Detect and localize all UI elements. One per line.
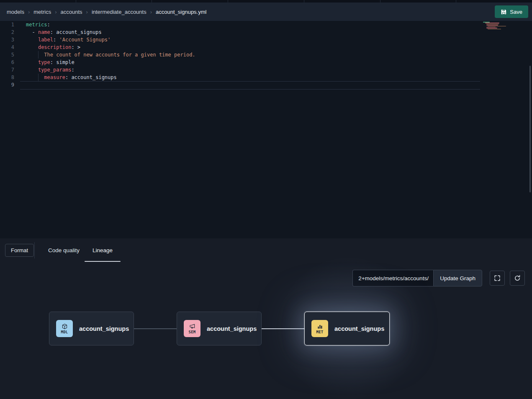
panel-tabbar: Format Code qualityLineage (0, 238, 532, 262)
lineage-node-model[interactable]: MDL account_signups (49, 312, 134, 345)
code-line[interactable]: 2 - name: account_signups (0, 28, 532, 36)
line-number: 7 (0, 66, 20, 74)
indent-guide (38, 51, 39, 59)
refresh-button[interactable] (510, 271, 525, 286)
breadcrumb: models›metrics›accounts›intermediate_acc… (7, 9, 206, 15)
breadcrumb-separator-icon: › (86, 9, 88, 15)
node-label: account_signups (334, 325, 384, 332)
format-button[interactable]: Format (5, 244, 34, 257)
selector-group: 2+models/metrics/accounts/ Update Graph (352, 270, 482, 286)
metric-tile: MET (311, 320, 328, 337)
code-text: - name: account_signups (20, 28, 102, 36)
minimap-line (486, 24, 499, 25)
save-icon (501, 9, 507, 15)
code-line[interactable]: 4 description: > (0, 43, 532, 51)
breadcrumb-separator-icon: › (28, 9, 30, 15)
update-graph-button[interactable]: Update Graph (433, 270, 482, 286)
semantic-model-tile: SEM (184, 320, 200, 337)
fullscreen-icon (494, 275, 501, 281)
breadcrumb-item[interactable]: models (7, 9, 24, 15)
lineage-controls: 2+models/metrics/accounts/ Update Graph (352, 270, 525, 286)
lineage-node-semantic-model[interactable]: SEM account_signups (177, 312, 262, 345)
node-label: account_signups (79, 325, 129, 332)
line-number: 2 (0, 28, 20, 36)
breadcrumb-item[interactable]: account_signups.yml (156, 9, 206, 15)
code-lines: 1metrics:2 - name: account_signups3 labe… (0, 21, 532, 89)
breadcrumb-separator-icon: › (150, 9, 152, 15)
tabbar-divider (34, 242, 35, 258)
code-text: The count of new accounts for a given ti… (20, 51, 195, 59)
code-text: description: > (20, 43, 80, 51)
node-label: account_signups (207, 325, 257, 332)
code-line[interactable]: 5 The count of new accounts for a given … (0, 51, 532, 59)
lineage-selector-input[interactable]: 2+models/metrics/accounts/ (352, 270, 433, 286)
minimap-line (488, 26, 506, 27)
code-text: type: simple (20, 59, 75, 66)
cube-icon (62, 323, 68, 330)
code-text: metrics: (20, 21, 50, 28)
minimap-line (486, 27, 496, 28)
editor-scrollbar[interactable] (529, 66, 531, 192)
line-number: 3 (0, 36, 20, 43)
model-tile: MDL (56, 320, 73, 337)
node-type-code: MET (316, 330, 323, 334)
code-line[interactable]: 1metrics: (0, 21, 532, 28)
code-text: label: 'Account Signups' (20, 36, 111, 43)
panel-tabs: Code qualityLineage (48, 238, 113, 262)
minimap-line (485, 23, 499, 23)
tab-lineage[interactable]: Lineage (93, 238, 113, 262)
code-text: measure: account_signups (20, 74, 117, 81)
line-number: 9 (0, 81, 20, 89)
fullscreen-button[interactable] (490, 271, 505, 286)
node-type-code: SEM (188, 330, 195, 334)
megaphone-icon (189, 323, 195, 330)
line-number: 5 (0, 51, 20, 59)
lineage-edge-highlighted (262, 328, 304, 329)
line-number: 8 (0, 74, 20, 81)
app-window: models›metrics›accounts›intermediate_acc… (0, 0, 532, 399)
bottom-panel: Format Code qualityLineage 2+models/metr… (0, 238, 532, 399)
save-button-label: Save (510, 9, 522, 15)
code-line[interactable]: 6 type: simple (0, 59, 532, 66)
breadcrumb-separator-icon: › (55, 9, 57, 15)
code-text: type_params: (20, 66, 75, 74)
breadcrumb-item[interactable]: accounts (61, 9, 82, 15)
node-type-code: MDL (61, 330, 68, 334)
lineage-edge (134, 328, 177, 329)
minimap-line (488, 29, 501, 30)
code-line[interactable]: 7 type_params: (0, 66, 532, 74)
code-editor[interactable]: 1metrics:2 - name: account_signups3 labe… (0, 21, 532, 238)
bar-chart-icon (317, 323, 323, 330)
lineage-node-metric[interactable]: MET account_signups (304, 312, 390, 345)
breadcrumb-item[interactable]: metrics (33, 9, 51, 15)
line-number: 1 (0, 21, 20, 28)
breadcrumb-item[interactable]: intermediate_accounts (92, 9, 146, 15)
code-line[interactable]: 9 (0, 81, 532, 89)
minimap-line (486, 25, 498, 26)
code-line[interactable]: 8 measure: account_signups (0, 74, 532, 81)
breadcrumb-bar: models›metrics›accounts›intermediate_acc… (0, 3, 532, 21)
code-text (20, 81, 26, 89)
minimap[interactable] (483, 22, 507, 30)
save-button[interactable]: Save (495, 5, 528, 18)
code-line[interactable]: 3 label: 'Account Signups' (0, 36, 532, 43)
line-number: 6 (0, 59, 20, 66)
indent-guide (38, 74, 39, 81)
refresh-icon (514, 275, 521, 281)
minimap-line (483, 22, 490, 23)
line-number: 4 (0, 43, 20, 51)
minimap-line (486, 28, 497, 28)
tab-code-quality[interactable]: Code quality (48, 238, 80, 262)
